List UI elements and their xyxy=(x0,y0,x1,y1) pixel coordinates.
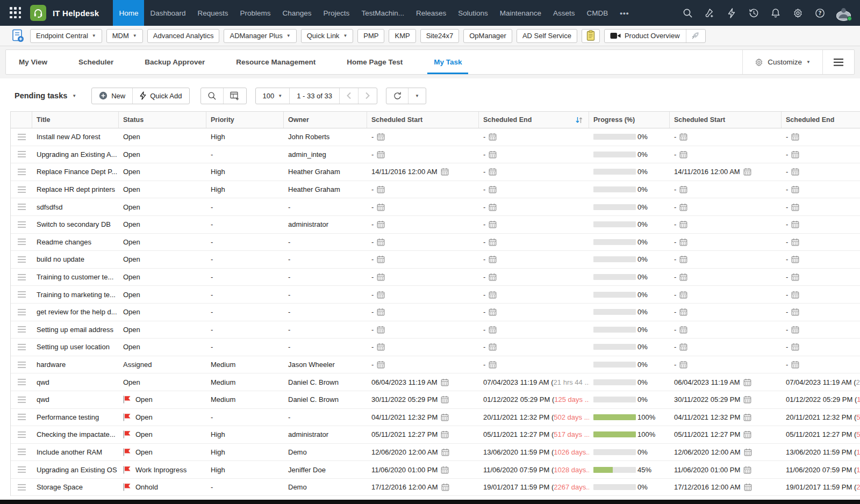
task-title-cell[interactable]: qwd xyxy=(32,373,119,391)
search-icon[interactable] xyxy=(682,8,693,18)
nav-item-home[interactable]: Home xyxy=(113,0,144,26)
table-row[interactable]: Checking the impactate...OpenHighadminis… xyxy=(11,426,860,444)
next-page-button[interactable] xyxy=(358,88,377,104)
column-header-handle[interactable] xyxy=(11,112,32,128)
table-row[interactable]: Replace HR dept printersOpenHighHeather … xyxy=(11,181,860,199)
column-header-scheduled-end[interactable]: Scheduled End xyxy=(479,112,589,128)
calendar-icon[interactable] xyxy=(489,203,497,211)
table-row[interactable]: Storage SpaceOnhold-Demo17/12/2016 12:00… xyxy=(11,479,860,496)
calendar-icon[interactable] xyxy=(377,326,385,334)
calendar-icon[interactable] xyxy=(441,395,449,404)
task-title-cell[interactable]: Readme changes xyxy=(32,234,119,251)
customize-button[interactable]: Customize ▼ xyxy=(743,50,822,74)
quicklaunch-pmp[interactable]: PMP xyxy=(357,29,384,43)
task-title-cell[interactable]: get review for the help d... xyxy=(32,304,119,321)
row-drag-handle[interactable] xyxy=(11,479,32,496)
row-drag-handle[interactable] xyxy=(11,216,32,233)
task-title-cell[interactable]: Training to marketing te... xyxy=(32,286,119,303)
quicklaunch-ad-self-service[interactable]: AD Self Service xyxy=(517,29,577,43)
calendar-icon[interactable] xyxy=(679,220,687,228)
calendar-icon[interactable] xyxy=(679,343,687,351)
calendar-icon[interactable] xyxy=(377,343,385,351)
calendar-icon[interactable] xyxy=(441,448,449,456)
tab-my-task[interactable]: My Task xyxy=(427,50,468,74)
column-header-title[interactable]: Title xyxy=(32,112,119,128)
row-drag-handle[interactable] xyxy=(11,304,32,321)
row-drag-handle[interactable] xyxy=(11,198,32,215)
nav-item-changes[interactable]: Changes xyxy=(277,0,318,26)
nav-item-maintenance[interactable]: Maintenance xyxy=(494,0,547,26)
task-title-cell[interactable]: Setting up user location xyxy=(32,339,119,356)
calendar-icon[interactable] xyxy=(743,378,751,386)
calendar-icon[interactable] xyxy=(377,291,385,299)
whats-new-icon[interactable] xyxy=(704,8,715,18)
calendar-icon[interactable] xyxy=(377,133,385,141)
calendar-icon[interactable] xyxy=(791,343,799,351)
task-filter-dropdown[interactable]: Pending tasks ▼ xyxy=(15,91,76,100)
new-task-button[interactable]: New xyxy=(92,88,132,104)
quicklaunch-site24x7[interactable]: Site24x7 xyxy=(420,29,460,43)
calendar-icon[interactable] xyxy=(744,448,752,456)
task-title-cell[interactable]: build no update xyxy=(32,251,119,268)
task-title-cell[interactable]: qwd xyxy=(32,391,119,408)
calendar-icon[interactable] xyxy=(377,220,385,228)
table-row[interactable]: Replace Finance Dept P...OpenHighHeather… xyxy=(11,163,860,181)
calendar-icon[interactable] xyxy=(743,395,751,404)
nav-item-solutions[interactable]: Solutions xyxy=(452,0,494,26)
helpdesk-logo[interactable] xyxy=(30,5,46,21)
row-drag-handle[interactable] xyxy=(11,181,32,198)
table-row[interactable]: Include another RAMOpenHighDemo12/06/202… xyxy=(11,444,860,462)
nav-item-problems[interactable]: Problems xyxy=(234,0,277,26)
calendar-icon[interactable] xyxy=(791,291,799,299)
calendar-icon[interactable] xyxy=(377,273,385,281)
calendar-icon[interactable] xyxy=(489,291,497,299)
quicklaunch-opmanager[interactable]: OpManager xyxy=(463,29,512,43)
calendar-icon[interactable] xyxy=(489,361,497,369)
nav-item-projects[interactable]: Projects xyxy=(318,0,356,26)
column-header-scheduled-start[interactable]: Scheduled Start xyxy=(670,112,782,128)
column-header-scheduled-end[interactable]: Scheduled End xyxy=(782,112,860,128)
row-drag-handle[interactable] xyxy=(11,163,32,181)
row-drag-handle[interactable] xyxy=(11,286,32,303)
calendar-icon[interactable] xyxy=(441,466,449,474)
table-row[interactable]: hardwareAssignedMediumJason Wheeler--0%-… xyxy=(11,356,860,374)
table-row[interactable]: Readme changesOpen----0%-- xyxy=(11,234,860,251)
calendar-icon[interactable] xyxy=(679,326,687,334)
calendar-icon[interactable] xyxy=(679,150,687,159)
row-drag-handle[interactable] xyxy=(11,321,32,339)
task-title-cell[interactable]: Storage Space xyxy=(32,479,119,496)
calendar-icon[interactable] xyxy=(489,185,497,193)
tab-resource-management[interactable]: Resource Management xyxy=(230,50,322,74)
calendar-icon[interactable] xyxy=(441,430,449,438)
table-row[interactable]: Install new AD forestOpenHighJohn Robert… xyxy=(11,128,860,146)
bell-icon[interactable] xyxy=(770,8,781,18)
quick-add-button[interactable]: Quick Add xyxy=(132,88,189,104)
tab-list-menu-icon[interactable] xyxy=(823,50,854,74)
row-drag-handle[interactable] xyxy=(11,391,32,408)
tab-home-page-test[interactable]: Home Page Test xyxy=(340,50,409,74)
calendar-icon[interactable] xyxy=(744,483,752,491)
task-title-cell[interactable]: Setting up email address xyxy=(32,321,119,339)
task-title-cell[interactable]: hardware xyxy=(32,356,119,373)
calendar-icon[interactable] xyxy=(377,203,385,211)
calendar-icon[interactable] xyxy=(441,378,449,386)
calendar-icon[interactable] xyxy=(743,168,751,176)
search-tasks-icon[interactable] xyxy=(201,88,223,104)
nav-item-testmachin-[interactable]: TestMachin... xyxy=(355,0,410,26)
task-title-cell[interactable]: Install new AD forest xyxy=(32,128,119,146)
calendar-icon[interactable] xyxy=(489,308,497,316)
row-drag-handle[interactable] xyxy=(11,269,32,286)
column-header-scheduled-start[interactable]: Scheduled Start xyxy=(367,112,479,128)
calendar-icon[interactable] xyxy=(679,361,687,369)
add-template-icon[interactable] xyxy=(11,28,25,43)
quicklaunch-admanager-plus[interactable]: ADManager Plus▼ xyxy=(224,29,296,43)
calendar-icon[interactable] xyxy=(489,150,497,159)
nav-item-requests[interactable]: Requests xyxy=(191,0,234,26)
calendar-icon[interactable] xyxy=(441,483,449,491)
quicklaunch-kmp[interactable]: KMP xyxy=(389,29,415,43)
table-row[interactable]: Training to marketing te...Open----0%-- xyxy=(11,286,860,304)
calendar-icon[interactable] xyxy=(679,238,687,246)
calendar-icon[interactable] xyxy=(743,466,751,474)
row-drag-handle[interactable] xyxy=(11,409,32,426)
table-row[interactable]: Setting up email addressOpen----0%-- xyxy=(11,321,860,339)
